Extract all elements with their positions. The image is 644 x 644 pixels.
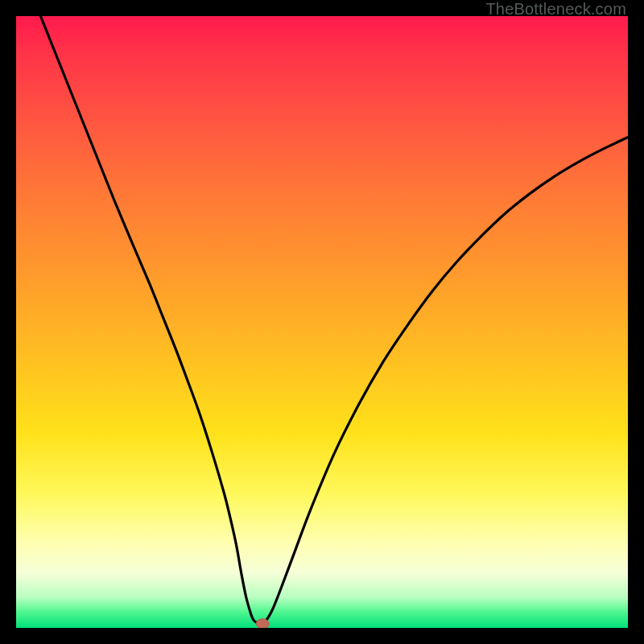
minimum-marker [256,619,269,628]
plot-area [16,16,628,628]
curve-svg [16,16,628,628]
bottleneck-curve [40,16,628,625]
chart-frame: TheBottleneck.com [0,0,644,644]
